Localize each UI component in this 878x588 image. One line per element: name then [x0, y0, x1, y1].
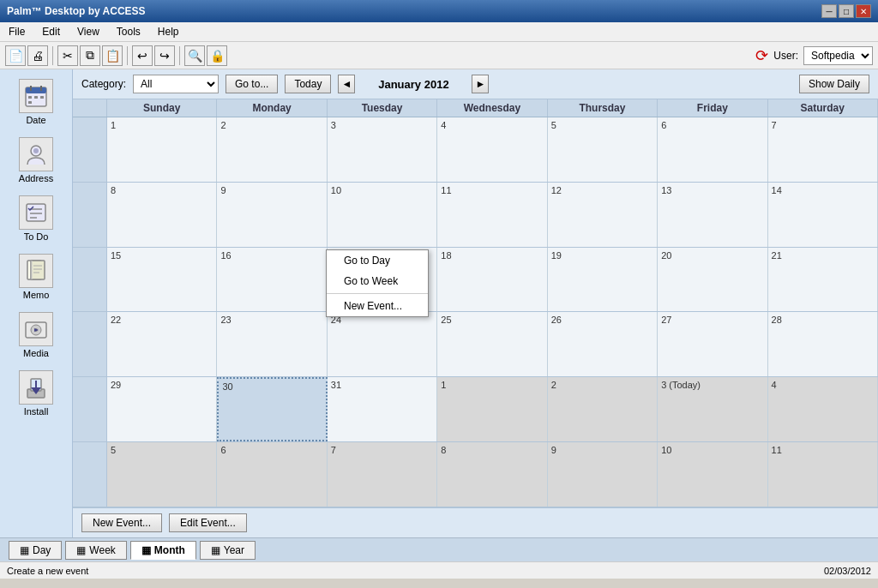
ctx-go-to-week[interactable]: Go to Week [327, 271, 428, 291]
day-20[interactable]: 20 [658, 248, 767, 312]
day-feb-3-today[interactable]: 3 (Today) [658, 377, 767, 441]
day-31[interactable]: 31 [328, 377, 437, 441]
day-30-selected[interactable]: 30 [217, 377, 327, 441]
new-btn[interactable]: 📄 [5, 45, 26, 66]
day-24[interactable]: 24 [328, 312, 437, 376]
sidebar-item-media[interactable]: Media [5, 308, 67, 363]
day-10[interactable]: 10 [328, 183, 437, 247]
day-feb-10[interactable]: 10 [658, 442, 767, 507]
day-feb-4[interactable]: 4 [768, 377, 878, 441]
prev-month-btn[interactable]: ◄ [338, 75, 355, 93]
menu-help[interactable]: Help [153, 24, 184, 39]
main-layout: Date Address To [0, 69, 878, 537]
cut-btn[interactable]: ✂ [57, 45, 78, 66]
day-8[interactable]: 8 [107, 183, 217, 247]
close-btn[interactable]: ✕ [856, 4, 871, 18]
copy-btn[interactable]: ⧉ [80, 45, 100, 66]
svg-rect-5 [34, 96, 38, 99]
menu-view[interactable]: View [72, 24, 105, 39]
menu-edit[interactable]: Edit [37, 24, 65, 39]
today-btn[interactable]: Today [285, 75, 331, 93]
svg-rect-4 [28, 96, 32, 99]
titlebar: Palm™ Desktop by ACCESS ─ □ ✕ [0, 0, 878, 22]
day-18[interactable]: 18 [437, 248, 547, 312]
day-4[interactable]: 4 [437, 117, 547, 182]
sidebar-media-label: Media [23, 348, 49, 358]
new-event-btn[interactable]: New Event... [81, 513, 162, 532]
day-feb-7[interactable]: 7 [328, 442, 437, 507]
day-15[interactable]: 15 [107, 248, 217, 312]
undo-btn[interactable]: ↩ [132, 45, 153, 66]
todo-icon [19, 195, 53, 230]
sidebar-date-label: Date [26, 115, 45, 125]
day-26[interactable]: 26 [548, 312, 658, 376]
day-12[interactable]: 12 [548, 183, 658, 247]
day-1[interactable]: 1 [107, 117, 217, 182]
week-row-5: 29 30 31 1 2 3 (Today) 4 [73, 377, 878, 442]
day-21[interactable]: 21 [768, 248, 878, 312]
paste-btn[interactable]: 📋 [102, 45, 123, 66]
day-27[interactable]: 27 [658, 312, 767, 376]
media-icon [19, 312, 53, 346]
day-23[interactable]: 23 [217, 312, 327, 376]
day-feb-9[interactable]: 9 [548, 442, 658, 507]
category-select[interactable]: All [133, 75, 219, 93]
print-btn[interactable]: 🖨 [27, 45, 48, 66]
tab-day[interactable]: ▦ Day [9, 541, 62, 560]
day-5[interactable]: 5 [548, 117, 658, 182]
ctx-new-event[interactable]: New Event... [327, 296, 428, 316]
maximize-btn[interactable]: □ [839, 4, 854, 18]
day-14[interactable]: 14 [768, 183, 878, 247]
day-feb-5[interactable]: 5 [107, 442, 217, 507]
minimize-btn[interactable]: ─ [821, 4, 837, 18]
goto-btn[interactable]: Go to... [226, 75, 278, 93]
day-25[interactable]: 25 [437, 312, 547, 376]
toolbar-right: ⟳ User: Softpedia [755, 46, 873, 65]
day-28[interactable]: 28 [768, 312, 878, 376]
calendar-weeks: 1 2 3 4 5 6 7 8 9 10 11 12 13 1 [73, 117, 878, 507]
status-right: 02/03/2012 [824, 566, 871, 576]
day-feb-2[interactable]: 2 [548, 377, 658, 441]
day-3[interactable]: 3 [328, 117, 437, 182]
statusbar: Create a new event 02/03/2012 [0, 561, 878, 579]
sidebar-todo-label: To Do [24, 231, 49, 242]
menu-file[interactable]: File [3, 24, 30, 39]
day-feb-6[interactable]: 6 [217, 442, 327, 507]
day-feb-11[interactable]: 11 [768, 442, 878, 507]
day-6[interactable]: 6 [658, 117, 767, 182]
menu-tools[interactable]: Tools [111, 24, 146, 39]
next-month-btn[interactable]: ► [472, 75, 489, 93]
tab-week[interactable]: ▦ Week [65, 541, 126, 560]
user-select[interactable]: Softpedia [803, 46, 873, 65]
day-11[interactable]: 11 [437, 183, 547, 247]
day-feb-8[interactable]: 8 [437, 442, 547, 507]
tab-year[interactable]: ▦ Year [200, 541, 256, 560]
edit-event-btn[interactable]: Edit Event... [169, 513, 247, 532]
lock-btn[interactable]: 🔒 [207, 45, 227, 66]
day-29[interactable]: 29 [107, 377, 217, 441]
day-7[interactable]: 7 [768, 117, 878, 182]
day-13[interactable]: 13 [658, 183, 767, 247]
day-9[interactable]: 9 [217, 183, 327, 247]
year-tab-label: Year [224, 544, 244, 556]
month-tab-icon: ▦ [141, 544, 151, 556]
sidebar-item-todo[interactable]: To Do [5, 191, 67, 246]
sidebar-item-address[interactable]: Address [5, 133, 67, 188]
show-daily-btn[interactable]: Show Daily [799, 75, 869, 93]
sidebar-item-date[interactable]: Date [5, 75, 67, 129]
find-btn[interactable]: 🔍 [184, 45, 205, 66]
redo-btn[interactable]: ↪ [154, 45, 175, 66]
ctx-go-to-day[interactable]: Go to Day [327, 250, 428, 271]
day-19[interactable]: 19 [548, 248, 658, 312]
day-22[interactable]: 22 [107, 312, 217, 376]
day-16[interactable]: 16 [217, 248, 327, 312]
context-menu: Go to Day Go to Week New Event... [326, 249, 429, 317]
tab-month[interactable]: ▦ Month [130, 541, 196, 560]
week-tab-icon: ▦ [76, 544, 86, 556]
sidebar-item-memo[interactable]: Memo [5, 249, 67, 304]
day-2[interactable]: 2 [217, 117, 327, 182]
month-title: January 2012 [362, 78, 465, 91]
week-num-2 [73, 183, 107, 247]
day-feb-1[interactable]: 1 [437, 377, 547, 441]
sidebar-item-install[interactable]: Install [5, 366, 67, 421]
